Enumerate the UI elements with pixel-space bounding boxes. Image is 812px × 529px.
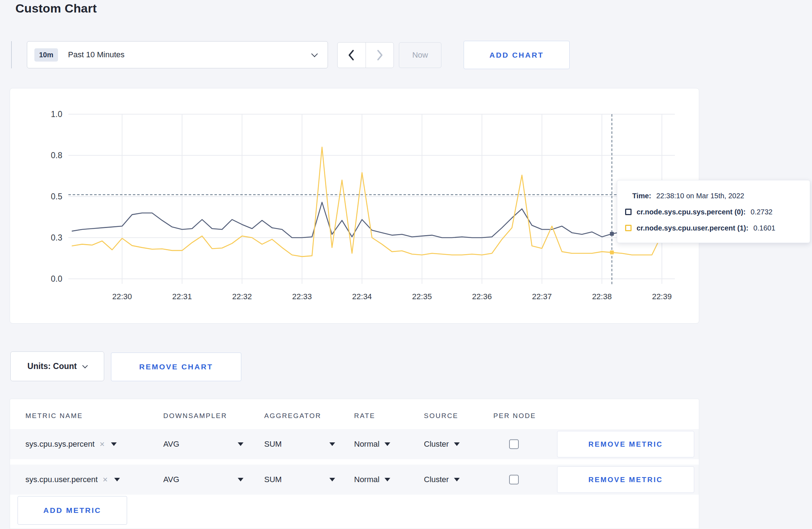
source-value: Cluster <box>424 475 449 484</box>
aggregator-value: SUM <box>264 440 282 449</box>
per-node-checkbox[interactable] <box>509 475 519 485</box>
per-node-checkbox[interactable] <box>509 440 519 449</box>
tooltip-series-value: 0.2732 <box>751 208 773 216</box>
rate-select[interactable]: Normal <box>354 475 390 484</box>
clear-icon[interactable]: × <box>100 440 105 448</box>
time-window-badge: 10m <box>34 48 58 62</box>
tooltip-series-label: cr.node.sys.cpu.user.percent (1): <box>637 224 748 232</box>
rate-value: Normal <box>354 440 380 449</box>
rate-select[interactable]: Normal <box>354 440 390 449</box>
aggregator-value: SUM <box>264 475 282 484</box>
x-axis-tick-label: 22:37 <box>532 292 552 301</box>
caret-down-icon <box>114 478 120 481</box>
downsampler-select[interactable]: AVG <box>163 440 243 449</box>
metric-row: sys.cpu.sys.percent×AVGSUMNormalClusterR… <box>10 429 699 459</box>
caret-down-icon <box>385 442 390 446</box>
column-header-aggregator: AGGREGATOR <box>264 412 321 420</box>
x-axis-tick-label: 22:34 <box>352 292 372 301</box>
y-axis-tick-label: 0.3 <box>51 233 62 242</box>
x-axis-tick-label: 22:32 <box>232 292 252 301</box>
x-axis-tick-label: 22:36 <box>472 292 492 301</box>
chevron-left-icon <box>347 49 356 61</box>
metric-name-value: sys.cpu.user.percent <box>25 475 98 484</box>
aggregator-select[interactable]: SUM <box>264 475 335 484</box>
time-window-label: Past 10 Minutes <box>68 50 125 59</box>
column-header-rate: RATE <box>354 412 375 420</box>
downsampler-value: AVG <box>163 475 179 484</box>
tooltip-series-value: 0.1601 <box>753 224 775 232</box>
time-forward-button[interactable] <box>366 43 394 68</box>
y-axis-tick-label: 0.0 <box>51 274 62 283</box>
caret-down-icon <box>454 442 460 446</box>
time-window-dropdown[interactable]: 10m Past 10 Minutes <box>27 41 328 68</box>
metric-row: sys.cpu.user.percent×AVGSUMNormalCluster… <box>10 465 699 495</box>
caret-down-icon <box>329 478 335 481</box>
chevron-down-icon <box>82 363 88 369</box>
tooltip-time-value: 22:38:10 on Mar 15th, 2022 <box>656 192 744 200</box>
metric-name-select[interactable]: sys.cpu.user.percent× <box>25 475 120 484</box>
y-axis-tick-label: 0.8 <box>51 151 62 160</box>
source-select[interactable]: Cluster <box>424 475 460 484</box>
column-header-metric-name: METRIC NAME <box>25 412 83 420</box>
remove-metric-button[interactable]: REMOVE METRIC <box>557 431 694 457</box>
y-axis-tick-label: 1.0 <box>51 110 62 119</box>
tooltip-series-row: cr.node.sys.cpu.sys.percent (0):0.2732 <box>617 207 810 217</box>
aggregator-select[interactable]: SUM <box>264 440 335 449</box>
caret-down-icon <box>329 442 335 446</box>
caret-down-icon <box>238 442 243 446</box>
x-axis-tick-label: 22:38 <box>592 292 612 301</box>
caret-down-icon <box>454 478 460 481</box>
line-chart[interactable]: 22:3022:3122:3222:3322:3422:3522:3622:37… <box>10 88 700 324</box>
chart-tooltip: Time: 22:38:10 on Mar 15th, 2022 cr.node… <box>617 180 810 243</box>
remove-chart-button[interactable]: REMOVE CHART <box>111 353 241 381</box>
page-title: Custom Chart <box>15 1 97 15</box>
downsampler-select[interactable]: AVG <box>163 475 243 484</box>
chevron-right-icon <box>375 49 384 61</box>
tooltip-series-label: cr.node.sys.cpu.sys.percent (0): <box>637 208 746 216</box>
x-axis-tick-label: 22:39 <box>652 292 672 301</box>
add-chart-button[interactable]: ADD CHART <box>464 41 570 69</box>
tooltip-series-row: cr.node.sys.cpu.user.percent (1):0.1601 <box>617 223 810 233</box>
downsampler-value: AVG <box>163 440 179 449</box>
add-metric-button[interactable]: ADD METRIC <box>18 496 127 525</box>
column-header-per-node: PER NODE <box>493 412 536 420</box>
caret-down-icon <box>238 478 243 481</box>
series-legend-square-icon <box>625 209 632 215</box>
series-legend-square-icon <box>625 225 632 231</box>
toolbar-divider <box>11 41 12 68</box>
x-axis-tick-label: 22:33 <box>292 292 312 301</box>
column-header-source: SOURCE <box>424 412 458 420</box>
tooltip-time-row: Time: 22:38:10 on Mar 15th, 2022 <box>617 191 810 200</box>
clear-icon[interactable]: × <box>103 475 108 484</box>
custom-chart-page: Custom Chart 10m Past 10 Minutes Now ADD… <box>0 0 812 529</box>
chevron-down-icon <box>311 50 318 57</box>
caret-down-icon <box>385 478 390 481</box>
y-axis-tick-label: 0.5 <box>51 192 62 201</box>
chart-card: 22:3022:3122:3222:3322:3422:3522:3622:37… <box>10 88 699 324</box>
series-line-0 <box>72 202 672 238</box>
x-axis-tick-label: 22:30 <box>112 292 132 301</box>
x-axis-tick-label: 22:31 <box>172 292 192 301</box>
metrics-table: METRIC NAMEDOWNSAMPLERAGGREGATORRATESOUR… <box>10 399 699 529</box>
caret-down-icon <box>111 442 117 446</box>
source-value: Cluster <box>424 440 449 449</box>
column-header-downsampler: DOWNSAMPLER <box>163 412 227 420</box>
units-label: Units: Count <box>28 361 77 371</box>
time-nav-group <box>337 42 394 68</box>
units-dropdown[interactable]: Units: Count <box>10 351 104 381</box>
tooltip-time-label: Time: <box>632 192 651 200</box>
remove-metric-button[interactable]: REMOVE METRIC <box>557 466 694 493</box>
metric-name-select[interactable]: sys.cpu.sys.percent× <box>25 440 117 449</box>
hover-marker-1 <box>610 251 614 254</box>
now-button[interactable]: Now <box>399 42 441 68</box>
source-select[interactable]: Cluster <box>424 440 460 449</box>
metric-name-value: sys.cpu.sys.percent <box>25 440 95 449</box>
hover-marker-0 <box>610 232 614 236</box>
series-line-1 <box>72 147 672 257</box>
rate-value: Normal <box>354 475 380 484</box>
time-back-button[interactable] <box>338 43 366 68</box>
x-axis-tick-label: 22:35 <box>412 292 432 301</box>
